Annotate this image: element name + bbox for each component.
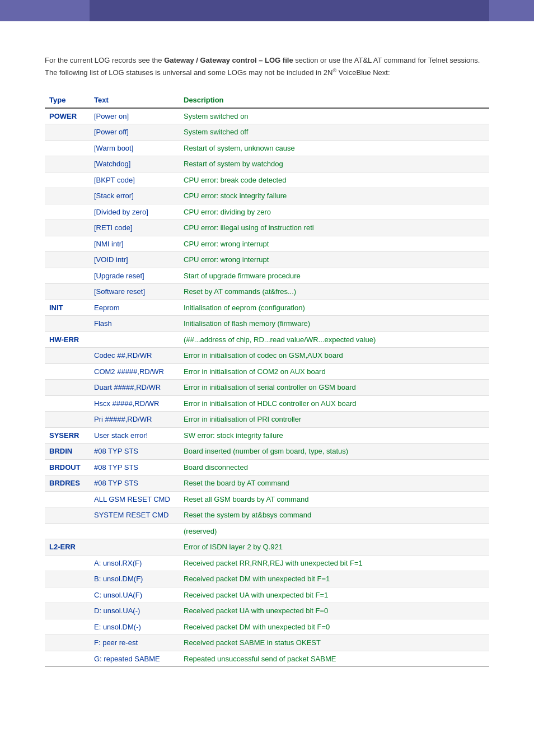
table-row: Hscx #####,RD/WRError in initialisation …	[45, 395, 489, 412]
cell-type	[45, 188, 90, 204]
cell-text: Codec ##,RD/WR	[90, 348, 179, 364]
cell-desc: Received packet DM with unexpected bit F…	[179, 571, 489, 587]
table-row: Pri #####,RD/WRError in initialisation o…	[45, 412, 489, 428]
cell-desc: Received packet DM with unexpected bit F…	[179, 619, 489, 635]
cell-type: POWER	[45, 108, 90, 124]
cell-type	[45, 395, 90, 412]
table-row: COM2 #####,RD/WRError in initialisation …	[45, 363, 489, 380]
cell-desc: Error of ISDN layer 2 by Q.921	[179, 539, 489, 556]
cell-text: [Watchdog]	[90, 156, 179, 172]
cell-desc: Initialisation of eeprom (configuration)	[179, 300, 489, 316]
table-row: [RETI code]CPU error: illegal using of i…	[45, 220, 489, 236]
cell-type	[45, 571, 90, 587]
cell-desc: SW error: stock integrity failure	[179, 427, 489, 444]
cell-type	[45, 380, 90, 396]
table-row: SYSTEM RESET CMDReset the system by at&b…	[45, 507, 489, 524]
cell-desc: Restart of system by watchdog	[179, 156, 489, 172]
cell-type	[45, 363, 90, 380]
cell-text: F: peer re-est	[90, 635, 179, 651]
table-row: L2-ERRError of ISDN layer 2 by Q.921	[45, 539, 489, 556]
cell-type	[45, 523, 90, 539]
cell-text: A: unsol.RX(F)	[90, 555, 179, 571]
cell-text: Pri #####,RD/WR	[90, 412, 179, 428]
cell-type	[45, 412, 90, 428]
log-table: Type Text Description POWER[Power on]Sys…	[45, 92, 489, 668]
table-row: HW-ERR(##...address of chip, RD...read v…	[45, 332, 489, 348]
top-bar-right-block	[489, 0, 534, 21]
cell-desc: Received packet RR,RNR,REJ with unexpect…	[179, 555, 489, 571]
cell-type	[45, 220, 90, 236]
cell-text: [Upgrade reset]	[90, 268, 179, 284]
table-row: Duart #####,RD/WRError in initialisation…	[45, 380, 489, 396]
cell-type	[45, 268, 90, 284]
cell-text	[90, 332, 179, 348]
cell-text: #08 TYP STS	[90, 459, 179, 475]
table-row: [Warm boot]Restart of system, unknown ca…	[45, 140, 489, 156]
cell-type	[45, 204, 90, 220]
cell-type	[45, 156, 90, 172]
cell-desc: System switched on	[179, 108, 489, 124]
cell-type	[45, 316, 90, 332]
top-bar	[0, 0, 534, 21]
table-row: Codec ##,RD/WRError in initialisation of…	[45, 348, 489, 364]
cell-type	[45, 348, 90, 364]
cell-type	[45, 236, 90, 252]
intro-text-before: For the current LOG records see the	[45, 56, 164, 64]
cell-desc: CPU error: break code detected	[179, 172, 489, 188]
cell-type	[45, 507, 90, 524]
cell-type	[45, 603, 90, 619]
table-row: G: repeated SABMERepeated unsuccessful s…	[45, 651, 489, 667]
cell-desc: Error in initialisation of codec on GSM,…	[179, 348, 489, 364]
cell-type	[45, 491, 90, 507]
cell-desc: CPU error: wrong interrupt	[179, 252, 489, 268]
cell-text: [Warm boot]	[90, 140, 179, 156]
cell-desc: Reset all GSM boards by AT command	[179, 491, 489, 507]
cell-type	[45, 651, 90, 667]
cell-desc: Error in initialisation of serial contro…	[179, 380, 489, 396]
table-row: FlashInitialisation of flash memory (fir…	[45, 316, 489, 332]
cell-desc: Board disconnected	[179, 459, 489, 475]
table-row: [Watchdog]Restart of system by watchdog	[45, 156, 489, 172]
cell-desc: Repeated unsuccessful send of packet SAB…	[179, 651, 489, 667]
cell-type	[45, 124, 90, 141]
table-row: (reserved)	[45, 523, 489, 539]
cell-text: #08 TYP STS	[90, 444, 179, 460]
cell-text: #08 TYP STS	[90, 475, 179, 492]
cell-type: HW-ERR	[45, 332, 90, 348]
cell-text: User stack error!	[90, 427, 179, 444]
cell-desc: Received packet UA with unexpected bit F…	[179, 587, 489, 603]
cell-type: L2-ERR	[45, 539, 90, 556]
cell-desc: CPU error: stock integrity failure	[179, 188, 489, 204]
table-row: INITEepromInitialisation of eeprom (conf…	[45, 300, 489, 316]
cell-text: Duart #####,RD/WR	[90, 380, 179, 396]
cell-text: E: unsol.DM(-)	[90, 619, 179, 635]
cell-type: BRDIN	[45, 444, 90, 460]
cell-desc: Error in initialisation of HDLC controll…	[179, 395, 489, 412]
table-row: [Stack error]CPU error: stock integrity …	[45, 188, 489, 204]
cell-type: BRDRES	[45, 475, 90, 492]
cell-type: SYSERR	[45, 427, 90, 444]
cell-text: [Power on]	[90, 108, 179, 124]
cell-text: [Software reset]	[90, 284, 179, 300]
cell-text: Hscx #####,RD/WR	[90, 395, 179, 412]
cell-desc: Error in initialisation of COM2 on AUX b…	[179, 363, 489, 380]
cell-text: [Divided by zero]	[90, 204, 179, 220]
cell-text: [RETI code]	[90, 220, 179, 236]
cell-text: COM2 #####,RD/WR	[90, 363, 179, 380]
cell-type: INIT	[45, 300, 90, 316]
table-row: B: unsol.DM(F)Received packet DM with un…	[45, 571, 489, 587]
cell-desc: Received packet SABME in status OKEST	[179, 635, 489, 651]
table-row: [BKPT code]CPU error: break code detecte…	[45, 172, 489, 188]
intro-bold-text: Gateway / Gateway control – LOG file	[164, 56, 293, 64]
cell-desc: Reset the system by at&bsys command	[179, 507, 489, 524]
table-row: [Divided by zero]CPU error: dividing by …	[45, 204, 489, 220]
cell-text: SYSTEM RESET CMD	[90, 507, 179, 524]
table-row: A: unsol.RX(F)Received packet RR,RNR,REJ…	[45, 555, 489, 571]
cell-desc: (reserved)	[179, 523, 489, 539]
table-row: BRDIN#08 TYP STSBoard inserted (number o…	[45, 444, 489, 460]
intro-paragraph: For the current LOG records see the Gate…	[45, 55, 489, 79]
cell-text: ALL GSM RESET CMD	[90, 491, 179, 507]
cell-desc: Initialisation of flash memory (firmware…	[179, 316, 489, 332]
cell-desc: Received packet UA with unexpected bit F…	[179, 603, 489, 619]
table-row: E: unsol.DM(-)Received packet DM with un…	[45, 619, 489, 635]
